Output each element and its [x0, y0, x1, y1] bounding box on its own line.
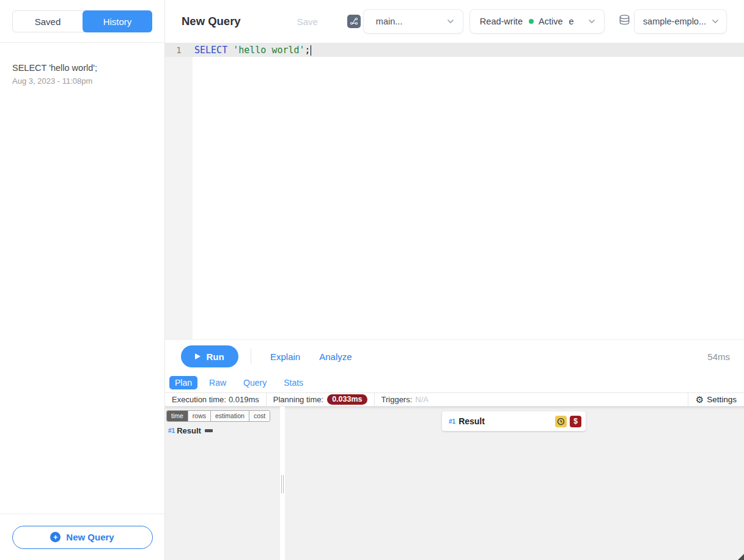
save-button[interactable]: Save: [297, 17, 318, 27]
analyze-link[interactable]: Analyze: [319, 352, 352, 362]
execution-time-stat: Execution time: 0.019ms: [165, 393, 266, 406]
code-line: SELECT'hello world';: [193, 45, 311, 56]
planning-time-label: Planning time:: [273, 395, 323, 404]
tab-saved[interactable]: Saved: [13, 11, 83, 32]
saved-history-toggle: Saved History: [12, 10, 152, 32]
planning-time-badge: 0.033ms: [327, 394, 367, 405]
plus-icon: +: [50, 532, 61, 542]
active-status-dot-icon: [529, 19, 534, 24]
plan-visualizer: time rows estimation cost #1 Result #1 R…: [165, 407, 744, 560]
result-tabs: Plan Raw Query Stats: [165, 373, 744, 392]
tab-raw[interactable]: Raw: [204, 376, 232, 389]
run-toolbar: Run Explain Analyze 54ms: [165, 340, 744, 373]
plan-tree-panel: time rows estimation cost #1 Result: [165, 407, 280, 560]
plan-tree-row[interactable]: #1 Result: [168, 426, 280, 435]
planning-time-stat: Planning time: 0.033ms: [267, 393, 374, 406]
sql-terminator: ;: [305, 45, 311, 56]
plan-row-time-bar: [205, 429, 213, 432]
plan-node-name: Result: [459, 416, 485, 426]
line-number: 1: [165, 45, 193, 55]
chevron-down-icon: [588, 19, 595, 24]
main-header: New Query Save main... Read-write Active…: [165, 0, 744, 43]
execution-time-value: 0.019ms: [229, 395, 259, 404]
pane-resize-divider[interactable]: [280, 407, 285, 560]
compute-status: Active: [539, 17, 563, 26]
branch-icon[interactable]: [347, 15, 361, 28]
execution-time-label: Execution time:: [172, 395, 226, 404]
stats-bar: Execution time: 0.019ms Planning time: 0…: [165, 392, 744, 407]
triggers-value: N/A: [415, 395, 429, 404]
sql-string: 'hello world': [233, 45, 304, 56]
sidebar: Saved History SELECT 'hello world'; Aug …: [0, 0, 165, 560]
plan-node-badges: $: [555, 416, 581, 427]
query-duration: 54ms: [707, 352, 730, 362]
branch-select[interactable]: main...: [363, 9, 463, 34]
history-list-item[interactable]: SELECT 'hello world'; Aug 3, 2023 - 11:0…: [12, 63, 152, 86]
editor-gutter: [165, 43, 193, 340]
chevron-down-icon: [712, 19, 719, 24]
plan-node-card[interactable]: #1 Result $: [442, 411, 586, 431]
chevron-down-icon: [447, 19, 454, 24]
database-select[interactable]: sample-emplo...: [634, 9, 727, 34]
run-button[interactable]: Run: [181, 345, 238, 367]
run-button-label: Run: [206, 352, 224, 362]
triggers-label: Triggers:: [381, 395, 413, 404]
page-title: New Query: [182, 15, 241, 28]
explain-link[interactable]: Explain: [270, 352, 300, 362]
toolbar-divider: [251, 348, 251, 364]
drag-handle-icon: [281, 475, 284, 493]
plan-row-index: #1: [168, 427, 175, 434]
settings-label: Settings: [707, 395, 737, 404]
database-select-value: sample-emplo...: [643, 17, 706, 26]
compute-select[interactable]: Read-write Active e: [470, 9, 605, 34]
plan-row-name: Result: [177, 426, 201, 435]
plan-node-index: #1: [449, 418, 455, 425]
plan-diagram-panel[interactable]: #1 Result $: [285, 407, 744, 560]
sql-editor[interactable]: 1 SELECT'hello world';: [165, 43, 744, 340]
metric-tab-cost[interactable]: cost: [249, 411, 270, 421]
tab-stats[interactable]: Stats: [278, 376, 309, 389]
play-icon: [195, 353, 201, 359]
compute-mode: Read-write: [480, 17, 523, 26]
tab-history[interactable]: History: [83, 10, 152, 32]
editor-active-line[interactable]: 1 SELECT'hello world';: [165, 43, 744, 57]
sidebar-header: Saved History: [0, 0, 164, 43]
sidebar-footer: + New Query: [0, 514, 164, 560]
branch-select-value: main...: [376, 17, 403, 26]
triggers-stat: Triggers: N/A: [375, 393, 435, 406]
new-query-button[interactable]: + New Query: [12, 526, 153, 549]
sql-keyword: SELECT: [194, 45, 227, 56]
gear-icon: ⚙: [696, 395, 704, 404]
history-list: SELECT 'hello world'; Aug 3, 2023 - 11:0…: [0, 43, 164, 86]
metric-tab-time[interactable]: time: [167, 411, 188, 421]
database-icon: [618, 13, 631, 29]
settings-button[interactable]: ⚙ Settings: [688, 393, 744, 406]
history-timestamp: Aug 3, 2023 - 11:08pm: [12, 76, 152, 86]
main-panel: New Query Save main... Read-write Active…: [165, 0, 744, 560]
dollar-badge-icon: $: [570, 416, 581, 427]
tab-query[interactable]: Query: [238, 376, 272, 389]
clock-badge-icon: [555, 416, 567, 427]
text-cursor: [311, 45, 312, 56]
metric-tab-rows[interactable]: rows: [188, 411, 211, 421]
history-query-text: SELECT 'hello world';: [12, 63, 152, 73]
compute-endpoint: e: [569, 17, 573, 26]
new-query-button-label: New Query: [66, 532, 114, 542]
plan-metric-tabs: time rows estimation cost: [166, 410, 270, 422]
resize-corner-handle[interactable]: [738, 554, 744, 560]
metric-tab-estimation[interactable]: estimation: [211, 411, 249, 421]
tab-plan[interactable]: Plan: [169, 376, 197, 389]
